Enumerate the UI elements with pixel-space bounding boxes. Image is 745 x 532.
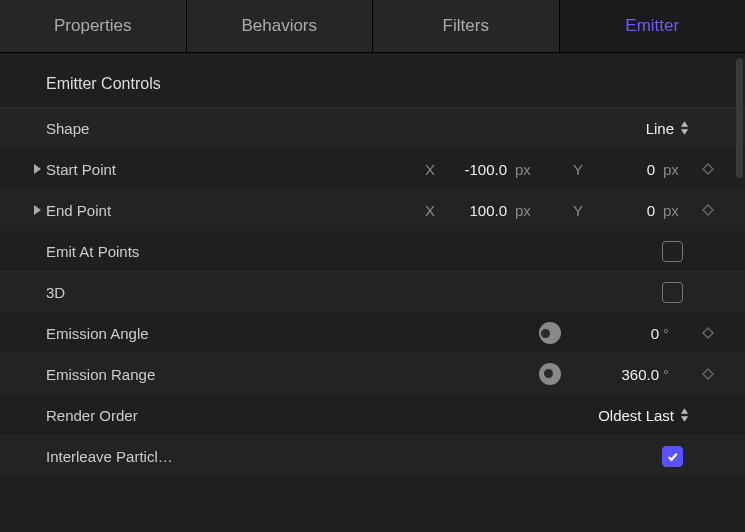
label-emit-at-points: Emit At Points xyxy=(46,243,206,260)
tab-behaviors[interactable]: Behaviors xyxy=(187,0,374,52)
dial-emission-range[interactable] xyxy=(539,363,561,385)
label-start-point: Start Point xyxy=(46,161,206,178)
label-emission-range: Emission Range xyxy=(46,366,206,383)
row-interleave-particles: Interleave Particl… xyxy=(0,435,745,476)
render-order-value: Oldest Last xyxy=(598,407,674,424)
vertical-scrollbar[interactable] xyxy=(736,58,743,178)
keyframe-emission-range[interactable] xyxy=(689,368,727,380)
updown-icon xyxy=(680,121,689,135)
end-y-value[interactable]: 0 xyxy=(591,202,655,219)
dial-emission-angle[interactable] xyxy=(539,322,561,344)
start-y-axis-label: Y xyxy=(569,161,587,178)
emitter-inspector-panel: Properties Behaviors Filters Emitter Emi… xyxy=(0,0,745,532)
section-title: Emitter Controls xyxy=(0,61,745,107)
label-interleave-particles: Interleave Particl… xyxy=(46,448,206,465)
row-shape: Shape Line xyxy=(0,107,745,148)
render-order-dropdown[interactable]: Oldest Last xyxy=(598,407,689,424)
start-y-value[interactable]: 0 xyxy=(591,161,655,178)
disclosure-start-point[interactable] xyxy=(28,164,46,174)
tab-emitter[interactable]: Emitter xyxy=(560,0,746,52)
start-x-value[interactable]: -100.0 xyxy=(443,161,507,178)
row-3d: 3D xyxy=(0,271,745,312)
checkbox-interleave-particles[interactable] xyxy=(662,446,683,467)
label-3d: 3D xyxy=(46,284,206,301)
start-y-unit: px xyxy=(659,161,689,178)
row-end-point: End Point X 100.0 px Y 0 px xyxy=(0,189,745,230)
keyframe-end-point[interactable] xyxy=(689,204,727,216)
emission-angle-value[interactable]: 0 xyxy=(595,325,659,342)
shape-dropdown[interactable]: Line xyxy=(646,120,689,137)
end-x-unit: px xyxy=(511,202,541,219)
label-shape: Shape xyxy=(46,120,206,137)
keyframe-emission-angle[interactable] xyxy=(689,327,727,339)
end-x-axis-label: X xyxy=(421,202,439,219)
shape-value: Line xyxy=(646,120,674,137)
tab-filters[interactable]: Filters xyxy=(373,0,560,52)
row-emission-range: Emission Range 360.0 ° xyxy=(0,353,745,394)
keyframe-start-point[interactable] xyxy=(689,163,727,175)
checkbox-emit-at-points[interactable] xyxy=(662,241,683,262)
emission-range-value[interactable]: 360.0 xyxy=(595,366,659,383)
start-x-unit: px xyxy=(511,161,541,178)
row-emission-angle: Emission Angle 0 ° xyxy=(0,312,745,353)
end-x-value[interactable]: 100.0 xyxy=(443,202,507,219)
end-y-axis-label: Y xyxy=(569,202,587,219)
start-x-axis-label: X xyxy=(421,161,439,178)
label-emission-angle: Emission Angle xyxy=(46,325,206,342)
row-start-point: Start Point X -100.0 px Y 0 px xyxy=(0,148,745,189)
label-render-order: Render Order xyxy=(46,407,206,424)
inspector-tabs: Properties Behaviors Filters Emitter xyxy=(0,0,745,53)
label-end-point: End Point xyxy=(46,202,206,219)
row-emit-at-points: Emit At Points xyxy=(0,230,745,271)
checkbox-3d[interactable] xyxy=(662,282,683,303)
emitter-controls-panel: Emitter Controls Shape Line Start xyxy=(0,53,745,476)
end-y-unit: px xyxy=(659,202,689,219)
row-render-order: Render Order Oldest Last xyxy=(0,394,745,435)
emission-range-unit: ° xyxy=(659,366,689,383)
emission-angle-unit: ° xyxy=(659,325,689,342)
tab-properties[interactable]: Properties xyxy=(0,0,187,52)
disclosure-end-point[interactable] xyxy=(28,205,46,215)
updown-icon xyxy=(680,408,689,422)
